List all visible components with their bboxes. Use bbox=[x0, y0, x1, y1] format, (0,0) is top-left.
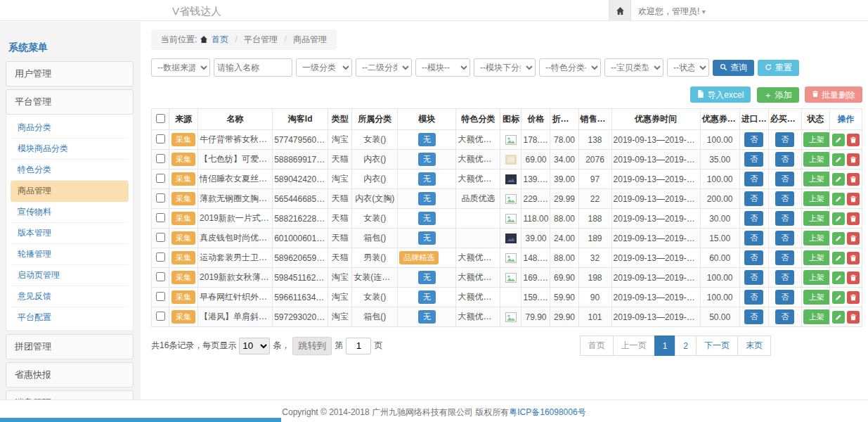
batch-delete-button[interactable]: 批量删除 bbox=[805, 87, 862, 103]
edit-button[interactable] bbox=[832, 134, 845, 146]
sidebar-item-商品分类[interactable]: 商品分类 bbox=[11, 117, 129, 139]
sidebar-group-拼团管理[interactable]: 拼团管理 bbox=[6, 334, 134, 359]
search-button[interactable]: 查询 bbox=[713, 60, 754, 76]
imported-toggle-button[interactable]: 否 bbox=[744, 290, 763, 305]
imported-toggle-button[interactable]: 否 bbox=[744, 250, 763, 265]
breadcrumb-home-link[interactable]: 首页 bbox=[212, 34, 228, 44]
sidebar-item-特色分类[interactable]: 特色分类 bbox=[11, 160, 129, 181]
imported-toggle-button[interactable]: 否 bbox=[744, 191, 763, 206]
per-page-select[interactable]: 10 bbox=[239, 338, 270, 354]
row-checkbox[interactable] bbox=[156, 213, 165, 222]
delete-button[interactable] bbox=[847, 134, 860, 146]
page-button-1[interactable]: 1 bbox=[654, 335, 676, 356]
imported-toggle-button[interactable]: 否 bbox=[744, 211, 763, 226]
page-button-末页[interactable]: 末页 bbox=[737, 335, 771, 356]
row-checkbox[interactable] bbox=[156, 272, 165, 281]
sidebar-group-省惠快报[interactable]: 省惠快报 bbox=[6, 362, 134, 388]
add-button[interactable]: ＋ 添加 bbox=[757, 87, 799, 103]
delete-button[interactable] bbox=[847, 232, 860, 245]
delete-button[interactable] bbox=[847, 291, 860, 304]
home-button[interactable] bbox=[609, 0, 631, 21]
icp-link[interactable]: 粤ICP备16098006号 bbox=[509, 407, 585, 417]
delete-button[interactable] bbox=[847, 252, 860, 264]
page-button-2[interactable]: 2 bbox=[675, 335, 697, 356]
status-button[interactable]: 上架 bbox=[803, 191, 830, 206]
status-select[interactable]: --状态-- bbox=[667, 58, 709, 77]
must-buy-toggle-button[interactable]: 否 bbox=[775, 211, 794, 226]
status-button[interactable]: 上架 bbox=[803, 231, 830, 245]
page-button-下一页[interactable]: 下一页 bbox=[696, 335, 738, 356]
edit-button[interactable] bbox=[832, 252, 845, 264]
sidebar-item-平台配置[interactable]: 平台配置 bbox=[11, 307, 129, 328]
sidebar-item-启动页管理[interactable]: 启动页管理 bbox=[11, 265, 129, 286]
edit-button[interactable] bbox=[832, 193, 845, 205]
must-buy-toggle-button[interactable]: 否 bbox=[775, 132, 794, 147]
status-button[interactable]: 上架 bbox=[803, 152, 830, 167]
jump-button[interactable]: 跳转到 bbox=[292, 337, 332, 355]
delete-button[interactable] bbox=[847, 173, 860, 186]
must-buy-toggle-button[interactable]: 否 bbox=[775, 250, 794, 265]
must-buy-toggle-button[interactable]: 否 bbox=[775, 191, 794, 206]
must-buy-toggle-button[interactable]: 否 bbox=[775, 152, 794, 167]
row-checkbox[interactable] bbox=[156, 292, 165, 301]
sidebar-group-消息管理[interactable]: 消息管理 bbox=[6, 390, 134, 399]
delete-button[interactable] bbox=[847, 271, 860, 284]
delete-button[interactable] bbox=[847, 193, 860, 205]
edit-button[interactable] bbox=[832, 212, 845, 225]
select-all-checkbox[interactable] bbox=[156, 114, 165, 123]
jump-page-input[interactable] bbox=[346, 338, 371, 354]
page-button-首页[interactable]: 首页 bbox=[580, 335, 614, 356]
sidebar-item-模块商品分类[interactable]: 模块商品分类 bbox=[11, 139, 129, 160]
delete-button[interactable] bbox=[847, 153, 860, 166]
imported-toggle-button[interactable]: 否 bbox=[744, 270, 763, 285]
status-button[interactable]: 上架 bbox=[803, 132, 830, 147]
cat1-select[interactable]: 一级分类 bbox=[296, 58, 352, 77]
row-checkbox[interactable] bbox=[156, 174, 165, 183]
module-sub-select[interactable]: --模块下分类-- bbox=[474, 58, 536, 77]
feature-select[interactable]: --特色分类-- bbox=[539, 58, 601, 77]
import-excel-button[interactable]: 导入excel bbox=[690, 87, 751, 103]
imported-toggle-button[interactable]: 否 bbox=[744, 172, 763, 186]
item-type-select[interactable]: --宝贝类型-- bbox=[604, 58, 663, 77]
row-checkbox[interactable] bbox=[156, 252, 165, 262]
page-button-上一页[interactable]: 上一页 bbox=[613, 335, 655, 356]
must-buy-toggle-button[interactable]: 否 bbox=[775, 270, 794, 285]
data-source-select[interactable]: --数据来源-- bbox=[151, 58, 210, 77]
cat2-select[interactable]: --二级分类-- bbox=[356, 58, 412, 77]
must-buy-toggle-button[interactable]: 否 bbox=[775, 231, 794, 245]
sidebar-item-版本管理[interactable]: 版本管理 bbox=[11, 223, 129, 244]
delete-button[interactable] bbox=[847, 311, 860, 324]
reset-button[interactable]: 重置 bbox=[758, 60, 799, 76]
sidebar-group-用户管理[interactable]: 用户管理 bbox=[6, 61, 134, 87]
edit-button[interactable] bbox=[832, 311, 845, 324]
row-checkbox[interactable] bbox=[156, 193, 165, 203]
edit-button[interactable] bbox=[832, 232, 845, 245]
row-checkbox[interactable] bbox=[156, 134, 165, 143]
status-button[interactable]: 上架 bbox=[803, 211, 830, 226]
status-button[interactable]: 上架 bbox=[803, 270, 830, 285]
row-checkbox[interactable] bbox=[156, 233, 165, 242]
imported-toggle-button[interactable]: 否 bbox=[744, 152, 763, 167]
status-button[interactable]: 上架 bbox=[803, 172, 830, 186]
user-menu[interactable]: 欢迎您，管理员! ▾ bbox=[638, 6, 706, 18]
sidebar-group-平台管理[interactable]: 平台管理 bbox=[6, 89, 134, 115]
edit-button[interactable] bbox=[832, 173, 845, 186]
must-buy-toggle-button[interactable]: 否 bbox=[775, 172, 794, 186]
status-button[interactable]: 上架 bbox=[803, 250, 830, 265]
sidebar-item-轮播管理[interactable]: 轮播管理 bbox=[11, 244, 129, 265]
row-checkbox[interactable] bbox=[156, 312, 165, 321]
status-button[interactable]: 上架 bbox=[803, 309, 830, 324]
imported-toggle-button[interactable]: 否 bbox=[744, 309, 763, 324]
edit-button[interactable] bbox=[832, 271, 845, 284]
delete-button[interactable] bbox=[847, 212, 860, 225]
edit-button[interactable] bbox=[832, 291, 845, 304]
edit-button[interactable] bbox=[832, 153, 845, 166]
row-checkbox[interactable] bbox=[156, 154, 165, 163]
imported-toggle-button[interactable]: 否 bbox=[744, 132, 763, 147]
imported-toggle-button[interactable]: 否 bbox=[744, 231, 763, 245]
sidebar-item-宣传物料[interactable]: 宣传物料 bbox=[11, 202, 129, 223]
sidebar-item-商品管理[interactable]: 商品管理 bbox=[11, 181, 129, 202]
must-buy-toggle-button[interactable]: 否 bbox=[775, 309, 794, 324]
status-button[interactable]: 上架 bbox=[803, 290, 830, 305]
name-input[interactable] bbox=[214, 58, 292, 77]
